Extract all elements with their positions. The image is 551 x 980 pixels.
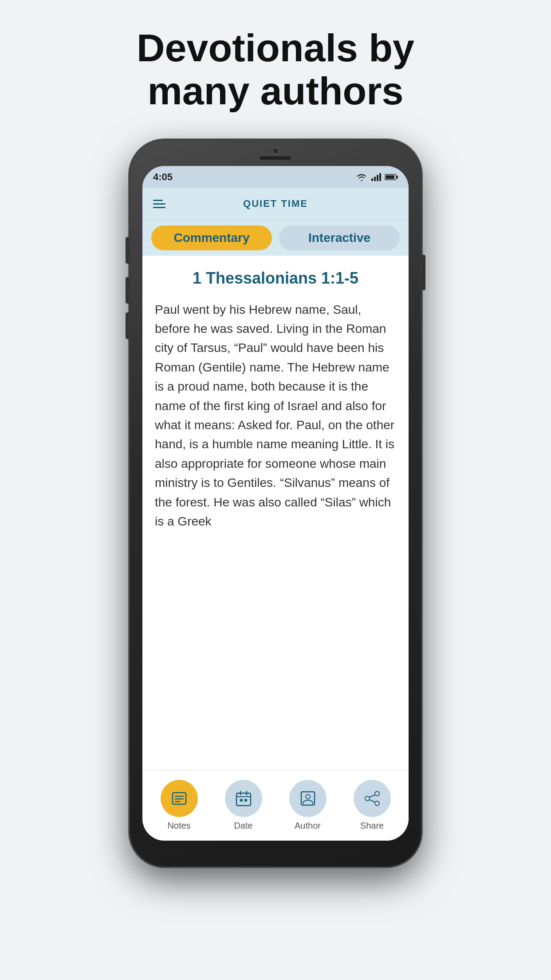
- svg-rect-6: [397, 176, 398, 178]
- svg-point-21: [375, 801, 379, 806]
- notes-label: Notes: [167, 821, 190, 831]
- verse-body: Paul went by his Hebrew name, Saul, befo…: [155, 300, 396, 531]
- date-icon: [234, 789, 253, 808]
- nav-item-date[interactable]: Date: [211, 780, 276, 831]
- menu-button[interactable]: [153, 200, 165, 208]
- tab-bar: Commentary Interactive: [142, 220, 409, 256]
- share-icon: [363, 789, 382, 808]
- svg-rect-0: [371, 178, 373, 181]
- tab-commentary[interactable]: Commentary: [151, 225, 272, 250]
- wifi-icon: [355, 173, 368, 182]
- page-headline: Devotionals by many authors: [101, 27, 450, 113]
- nav-item-author[interactable]: Author: [276, 780, 340, 831]
- svg-rect-5: [386, 175, 394, 179]
- status-bar: 4:05: [142, 166, 409, 188]
- phone-shell: 4:05: [129, 139, 422, 867]
- svg-rect-1: [374, 177, 376, 181]
- verse-title: 1 Thessalonians 1:1-5: [155, 269, 396, 288]
- svg-point-19: [375, 791, 379, 796]
- tab-interactive-label: Interactive: [308, 231, 370, 245]
- svg-point-20: [365, 796, 370, 801]
- nav-item-notes[interactable]: Notes: [147, 780, 211, 831]
- menu-line: [153, 207, 165, 208]
- battery-icon: [385, 174, 398, 181]
- nav-item-share[interactable]: Share: [340, 780, 404, 831]
- share-icon-circle: [354, 780, 391, 817]
- status-time: 4:05: [153, 171, 173, 183]
- author-label: Author: [295, 821, 321, 831]
- svg-rect-2: [377, 175, 378, 181]
- date-icon-circle: [225, 780, 262, 817]
- notes-icon: [170, 789, 189, 808]
- svg-line-23: [370, 800, 375, 802]
- app-title: QUIET TIME: [243, 198, 308, 209]
- author-icon: [299, 789, 317, 808]
- svg-rect-16: [244, 799, 247, 802]
- signal-icon: [371, 173, 381, 181]
- share-label: Share: [360, 821, 384, 831]
- app-header: QUIET TIME: [142, 188, 409, 220]
- status-icons: [355, 173, 398, 182]
- speaker: [260, 156, 291, 160]
- svg-line-22: [370, 795, 375, 797]
- tab-commentary-label: Commentary: [173, 231, 249, 245]
- svg-rect-11: [236, 793, 251, 806]
- camera: [272, 147, 279, 154]
- content-area: 1 Thessalonians 1:1-5 Paul went by his H…: [142, 256, 409, 770]
- svg-rect-15: [240, 799, 243, 802]
- bottom-nav: Notes Date: [142, 770, 409, 841]
- author-icon-circle: [289, 780, 327, 817]
- menu-line: [153, 200, 163, 201]
- svg-point-18: [306, 794, 310, 799]
- menu-line: [153, 203, 165, 205]
- notes-icon-circle: [161, 780, 198, 817]
- phone-mockup: 4:05: [129, 139, 422, 872]
- svg-rect-3: [379, 173, 381, 181]
- phone-screen: 4:05: [142, 166, 409, 841]
- tab-interactive[interactable]: Interactive: [279, 225, 400, 250]
- date-label: Date: [234, 821, 252, 831]
